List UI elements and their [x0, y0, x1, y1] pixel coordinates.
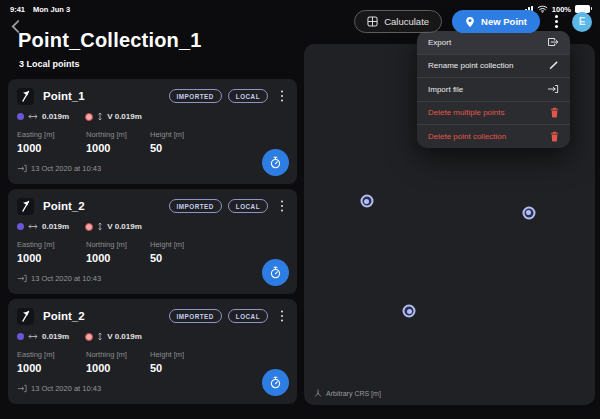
- imported-at-icon: [17, 274, 27, 283]
- point-card[interactable]: Point_2 IMPORTED LOCAL 0.019m V 0.019m: [8, 189, 297, 294]
- map-pin-icon: [465, 16, 475, 28]
- grid-icon: [367, 16, 378, 27]
- v-accuracy-icon: [97, 112, 103, 121]
- point-flag-icon: [17, 198, 34, 215]
- easting-label: Easting [m]: [17, 240, 86, 249]
- pencil-icon: [548, 60, 559, 71]
- status-time: 9:41: [10, 5, 25, 14]
- h-accuracy-value: 0.019m: [42, 112, 69, 121]
- collection-menu-button[interactable]: [550, 13, 562, 31]
- northing-label: Northing [m]: [86, 350, 150, 359]
- easting-value: 1000: [17, 142, 86, 154]
- local-badge: LOCAL: [228, 199, 268, 213]
- calculate-button[interactable]: Caluculate: [354, 10, 442, 33]
- northing-label: Northing [m]: [86, 240, 150, 249]
- import-icon: [547, 84, 559, 94]
- h-accuracy-dot: [17, 223, 24, 230]
- point-menu-button[interactable]: [276, 307, 288, 325]
- imported-badge: IMPORTED: [169, 309, 222, 323]
- point-card[interactable]: Point_1 IMPORTED LOCAL 0.019m V 0.019m: [8, 79, 297, 184]
- menu-item-delete-collection[interactable]: Delete point collection: [417, 125, 570, 148]
- h-accuracy-icon: [28, 333, 38, 340]
- height-label: Height [m]: [150, 130, 288, 139]
- crs-label: Arbitrary CRS [m]: [326, 390, 381, 397]
- h-accuracy-icon: [28, 113, 38, 120]
- imported-badge: IMPORTED: [169, 199, 222, 213]
- northing-value: 1000: [86, 142, 150, 154]
- h-accuracy-value: 0.019m: [42, 222, 69, 231]
- point-name: Point_2: [43, 310, 85, 322]
- map-marker[interactable]: [403, 305, 416, 318]
- northing-label: Northing [m]: [86, 130, 150, 139]
- menu-item-import-file[interactable]: Import file: [417, 78, 570, 101]
- height-label: Height [m]: [150, 240, 288, 249]
- h-accuracy-value: 0.019m: [42, 332, 69, 341]
- point-flag-icon: [17, 88, 34, 105]
- imported-at-icon: [17, 164, 27, 173]
- h-accuracy-dot: [17, 333, 24, 340]
- points-count: 3 Local points: [19, 59, 80, 69]
- stakeout-timer-button[interactable]: [262, 369, 289, 396]
- crs-axes-icon: [314, 389, 322, 397]
- stakeout-timer-button[interactable]: [262, 259, 289, 286]
- v-accuracy-dot: [85, 223, 93, 231]
- easting-value: 1000: [17, 362, 86, 374]
- point-menu-button[interactable]: [276, 87, 288, 105]
- crs-label-group: Arbitrary CRS [m]: [314, 389, 381, 397]
- local-badge: LOCAL: [228, 89, 268, 103]
- northing-value: 1000: [86, 252, 150, 264]
- new-point-button[interactable]: New Point: [452, 10, 540, 33]
- northing-value: 1000: [86, 362, 150, 374]
- page-title: Point_Collection_1: [18, 29, 202, 52]
- menu-item-rename[interactable]: Rename point collection: [417, 55, 570, 78]
- easting-label: Easting [m]: [17, 130, 86, 139]
- v-accuracy-icon: [97, 332, 103, 341]
- v-accuracy-value: V 0.019m: [107, 332, 142, 341]
- menu-item-export[interactable]: Export: [417, 31, 570, 54]
- v-accuracy-value: V 0.019m: [107, 112, 142, 121]
- imported-at-icon: [17, 384, 27, 393]
- export-icon: [547, 37, 559, 47]
- point-flag-icon: [17, 308, 34, 325]
- local-badge: LOCAL: [228, 309, 268, 323]
- map-marker[interactable]: [360, 195, 373, 208]
- point-card[interactable]: Point_2 IMPORTED LOCAL 0.019m V 0.019m: [8, 299, 297, 404]
- trash-icon: [550, 107, 559, 118]
- v-accuracy-value: V 0.019m: [107, 222, 142, 231]
- point-name: Point_2: [43, 200, 85, 212]
- menu-item-delete-multiple-points[interactable]: Delete multiple points: [417, 102, 570, 125]
- trash-icon: [550, 131, 559, 142]
- stakeout-timer-button[interactable]: [262, 149, 289, 176]
- map-marker[interactable]: [522, 206, 535, 219]
- easting-label: Easting [m]: [17, 350, 86, 359]
- collection-context-menu: Export Rename point collection Import fi…: [417, 31, 570, 148]
- header-actions: Caluculate New Point E: [354, 10, 592, 33]
- h-accuracy-icon: [28, 223, 38, 230]
- h-accuracy-dot: [17, 113, 24, 120]
- point-menu-button[interactable]: [276, 197, 288, 215]
- point-name: Point_1: [43, 90, 85, 102]
- v-accuracy-dot: [85, 113, 93, 121]
- height-label: Height [m]: [150, 350, 288, 359]
- v-accuracy-dot: [85, 333, 93, 341]
- avatar[interactable]: E: [572, 12, 592, 32]
- timestamp: 13 Oct 2020 at 10:43: [31, 384, 101, 393]
- points-list: Point_1 IMPORTED LOCAL 0.019m V 0.019m: [8, 79, 297, 404]
- easting-value: 1000: [17, 252, 86, 264]
- v-accuracy-icon: [97, 222, 103, 231]
- timestamp: 13 Oct 2020 at 10:43: [31, 274, 101, 283]
- imported-badge: IMPORTED: [169, 89, 222, 103]
- status-date: Mon Jun 3: [33, 5, 70, 14]
- timestamp: 13 Oct 2020 at 10:43: [31, 164, 101, 173]
